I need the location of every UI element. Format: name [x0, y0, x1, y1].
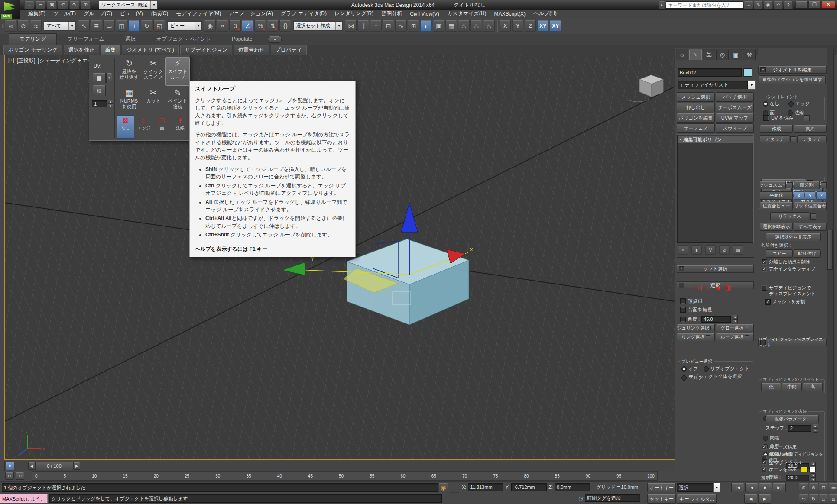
- collapse-button[interactable]: 集約: [794, 125, 827, 133]
- subdivision-preset-button[interactable]: 高: [803, 383, 823, 391]
- z-coordinate-field[interactable]: 0.0mm: [555, 483, 590, 491]
- infocenter-search-icon[interactable]: ∞: [744, 1, 753, 9]
- relax-settings-button[interactable]: [810, 213, 816, 220]
- x-coordinate-field[interactable]: 11.813mm: [468, 483, 503, 491]
- modifier-stack[interactable]: ▪ 編集可能ポリゴン: [677, 134, 754, 243]
- isoline-display-checkbox[interactable]: Isoラインを表示: [762, 459, 803, 465]
- edit-named-selection-sets-icon[interactable]: {}: [279, 20, 291, 32]
- cage-color-swatch[interactable]: [801, 467, 808, 472]
- by-angle-checkbox[interactable]: [680, 317, 686, 322]
- hide-selected-button[interactable]: 選択を非表示: [760, 223, 793, 231]
- undo-icon[interactable]: ↶: [58, 1, 68, 9]
- mirror-icon[interactable]: ⋈: [345, 20, 357, 32]
- menu-item[interactable]: カスタマイズ(U): [443, 10, 490, 18]
- render-setup-icon[interactable]: ▣: [433, 20, 444, 32]
- pan-view-icon[interactable]: ⇆: [799, 494, 808, 504]
- redo-icon[interactable]: ↷: [69, 1, 79, 9]
- window-crossing-icon[interactable]: ◫: [116, 20, 127, 32]
- time-slider-handle[interactable]: 0 / 100: [35, 462, 73, 470]
- select-and-move-icon[interactable]: +: [128, 20, 140, 32]
- set-key-button[interactable]: セットキー: [647, 494, 676, 504]
- show-cage-checkbox[interactable]: ケージを表示: [762, 466, 816, 472]
- time-step-back-button[interactable]: ◀: [28, 462, 35, 470]
- rendered-frame-window-icon[interactable]: ▦: [445, 20, 457, 32]
- previous-frame-button[interactable]: ◀: [745, 483, 758, 492]
- tab-hierarchy[interactable]: 品: [703, 49, 715, 60]
- split-mesh-checkbox[interactable]: メッシュを分割: [765, 299, 805, 305]
- shrink-selection-button[interactable]: シュリンク選択: [677, 324, 715, 332]
- vertex-mode-icon[interactable]: ∴: [687, 284, 691, 291]
- edge-mode-icon[interactable]: ◁: [697, 284, 702, 291]
- mini-curve-editor-button[interactable]: ≈: [6, 462, 14, 470]
- align-to-grid-button[interactable]: グリッド位置合わせ: [794, 202, 827, 210]
- render-icon[interactable]: ♨: [483, 20, 495, 32]
- angle-snap-toggle-icon[interactable]: ∠: [242, 20, 253, 32]
- restrict-plane-cycle-button[interactable]: XY: [550, 20, 561, 32]
- add-time-tag-field[interactable]: 時間タグを追加: [585, 494, 640, 502]
- remove-modifier-icon[interactable]: ⊘: [719, 245, 730, 255]
- isolate-selection-toggle[interactable]: ◉: [438, 483, 448, 492]
- rollout-subdivision-displacement[interactable]: −サブディビジョン ディスプレイスメント: [758, 339, 827, 346]
- subscription-center-icon[interactable]: ✎: [754, 1, 763, 9]
- meshsmooth-button[interactable]: メッシュスムーズ: [760, 181, 786, 189]
- play-animation-button[interactable]: ▶: [759, 483, 772, 492]
- toolbar-drag-handle[interactable]: ‖: [2, 23, 4, 29]
- relax-button[interactable]: リラックス: [770, 212, 809, 220]
- constrain-normal-button[interactable]: ↟ 法線: [172, 115, 189, 139]
- snaps-toggle-icon[interactable]: 3: [229, 20, 241, 32]
- uv-paint-button[interactable]: ▨: [93, 85, 106, 96]
- preserve-uv-settings-button[interactable]: [804, 115, 810, 121]
- tessellate-settings-button[interactable]: [821, 182, 827, 188]
- advanced-parameters-button[interactable]: 拡張パラメータ...: [766, 415, 819, 423]
- tab-motion[interactable]: ◎: [716, 49, 729, 60]
- menu-item[interactable]: グラフ エディタ(D): [277, 10, 331, 18]
- curve-editor-icon[interactable]: ∿: [395, 20, 407, 32]
- project-folder-icon[interactable]: ⊞: [81, 1, 91, 9]
- key-filters-button[interactable]: キー フィルタ...: [677, 494, 717, 504]
- menu-item[interactable]: モディファイヤ(M): [172, 10, 225, 18]
- ribbon-tab[interactable]: フリーフォーム: [57, 34, 114, 45]
- planar-z-button[interactable]: Z: [816, 191, 827, 200]
- rollout-soft-selection[interactable]: +ソフト選択: [677, 265, 754, 273]
- panel-scrollbar[interactable]: [827, 48, 834, 481]
- ribbon-panel-tab[interactable]: サブディビジョン: [180, 45, 232, 55]
- menu-item[interactable]: 編集(E): [24, 10, 49, 18]
- graphite-ribbon-toggle-icon[interactable]: ⊟: [383, 20, 394, 32]
- create-button[interactable]: 作成: [760, 125, 793, 133]
- loop-selection-button[interactable]: ループ選択: [716, 333, 754, 341]
- align-to-view-button[interactable]: 位置合ビュー: [760, 202, 793, 210]
- repeat-last-button[interactable]: ↻ 最終を 繰り返す: [117, 57, 141, 86]
- ribbon-tab[interactable]: 選択: [115, 34, 146, 45]
- maxscript-mini-listener[interactable]: MAXScript にようこそ: [0, 494, 48, 503]
- constrain-edge-button[interactable]: ◇ エッジ: [135, 115, 152, 139]
- paint-connect-button[interactable]: ✎ ペイント 接続: [165, 87, 190, 115]
- zoom-region-icon[interactable]: ▭: [829, 483, 837, 492]
- select-by-name-icon[interactable]: ≣: [91, 20, 102, 32]
- spinner-arrows[interactable]: ▲▼: [811, 473, 816, 481]
- chevron-down-icon[interactable]: ▼: [713, 483, 720, 492]
- ribbon-tab[interactable]: オブジェクト ペイント: [146, 34, 221, 45]
- track-bar[interactable]: 0510152025303540455055606570758085909510…: [32, 471, 658, 481]
- field-of-view-icon[interactable]: □: [819, 494, 828, 504]
- favorites-icon[interactable]: ☆: [774, 1, 783, 9]
- save-file-icon[interactable]: ▣: [47, 1, 57, 9]
- preview-off-radio[interactable]: [681, 366, 687, 372]
- menu-item[interactable]: Civil View(V): [406, 10, 443, 18]
- new-scene-icon[interactable]: ▫: [24, 1, 34, 9]
- spinner-snap-toggle-icon[interactable]: ⇅: [267, 20, 279, 32]
- modifier-preset-button[interactable]: スウィープ: [716, 123, 754, 133]
- cut-button[interactable]: ✂ カット: [141, 87, 165, 115]
- delete-isolated-vertices-checkbox[interactable]: 分離した頂点を削除: [762, 259, 810, 265]
- chevron-down-icon[interactable]: ▾: [106, 73, 112, 83]
- render-production-icon[interactable]: ♨: [458, 20, 470, 32]
- window-close-button[interactable]: ✕: [821, 1, 835, 8]
- subdivision-preset-button[interactable]: 中間: [782, 383, 802, 391]
- constrain-face-button[interactable]: ▢ 面: [153, 115, 171, 139]
- menu-item[interactable]: ヘルプ(H): [529, 10, 561, 18]
- configure-modifier-sets-icon[interactable]: ▦: [733, 245, 743, 255]
- planar-x-button[interactable]: X: [794, 191, 804, 200]
- restrict-y-button[interactable]: Y: [512, 20, 523, 32]
- ribbon-panel-tab[interactable]: ポリゴン モデリング: [3, 45, 62, 55]
- menu-item[interactable]: ツール(T): [49, 10, 80, 18]
- ribbon-panel-tab[interactable]: ジオメトリ (すべて): [122, 45, 179, 55]
